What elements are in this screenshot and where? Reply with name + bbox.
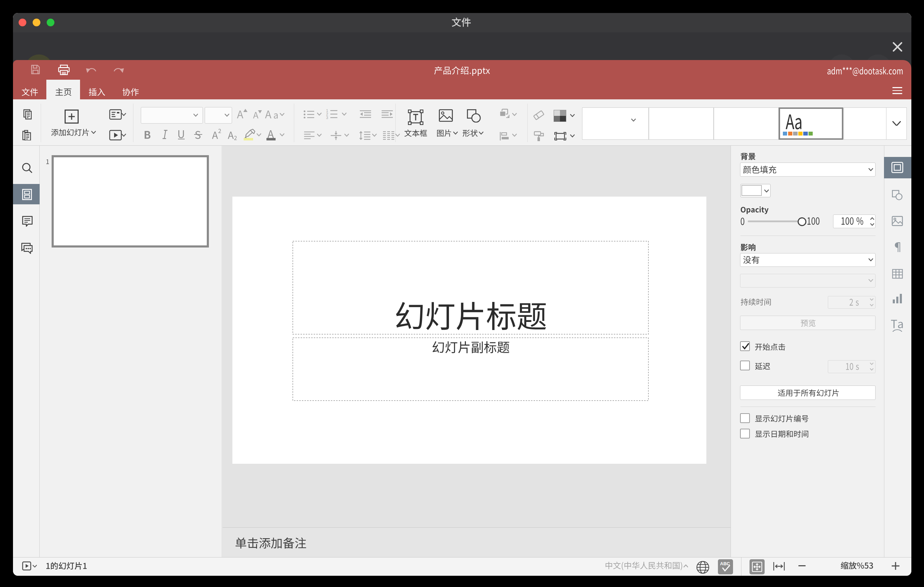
svg-text:ABC: ABC bbox=[720, 561, 730, 566]
svg-text:3: 3 bbox=[326, 116, 328, 119]
